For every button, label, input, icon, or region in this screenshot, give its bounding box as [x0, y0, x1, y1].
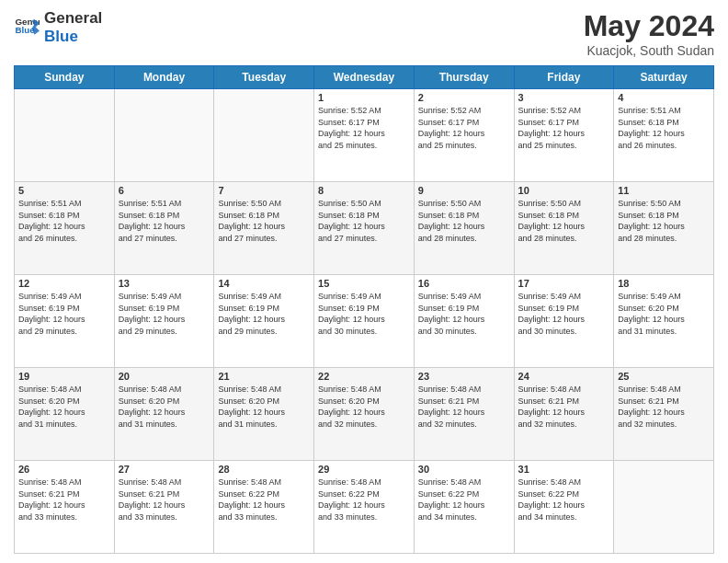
calendar-cell: 11Sunrise: 5:50 AM Sunset: 6:18 PM Dayli… [614, 182, 714, 275]
day-info: Sunrise: 5:48 AM Sunset: 6:22 PM Dayligh… [418, 477, 485, 522]
day-info: Sunrise: 5:49 AM Sunset: 6:19 PM Dayligh… [18, 292, 85, 336]
day-info: Sunrise: 5:48 AM Sunset: 6:22 PM Dayligh… [218, 477, 285, 522]
calendar-cell: 17Sunrise: 5:49 AM Sunset: 6:19 PM Dayli… [514, 275, 614, 368]
day-number: 14 [218, 278, 310, 289]
day-info: Sunrise: 5:48 AM Sunset: 6:22 PM Dayligh… [318, 477, 385, 522]
day-number: 10 [518, 185, 610, 196]
day-number: 27 [119, 464, 210, 475]
day-number: 11 [618, 185, 710, 196]
day-info: Sunrise: 5:50 AM Sunset: 6:18 PM Dayligh… [418, 199, 485, 243]
day-info: Sunrise: 5:48 AM Sunset: 6:21 PM Dayligh… [18, 477, 85, 522]
day-info: Sunrise: 5:52 AM Sunset: 6:17 PM Dayligh… [418, 106, 485, 150]
calendar-cell: 16Sunrise: 5:49 AM Sunset: 6:19 PM Dayli… [414, 275, 514, 368]
logo-text-blue: Blue [44, 28, 102, 46]
calendar-cell: 5Sunrise: 5:51 AM Sunset: 6:18 PM Daylig… [15, 182, 115, 275]
day-number: 25 [618, 371, 710, 382]
subtitle: Kuacjok, South Sudan [584, 43, 714, 58]
day-header-friday: Friday [514, 66, 614, 89]
svg-text:Blue: Blue [15, 25, 35, 35]
day-info: Sunrise: 5:50 AM Sunset: 6:18 PM Dayligh… [618, 199, 685, 243]
day-number: 31 [518, 464, 610, 475]
week-row-2: 5Sunrise: 5:51 AM Sunset: 6:18 PM Daylig… [15, 182, 714, 275]
calendar-cell: 12Sunrise: 5:49 AM Sunset: 6:19 PM Dayli… [15, 275, 115, 368]
week-row-3: 12Sunrise: 5:49 AM Sunset: 6:19 PM Dayli… [15, 275, 714, 368]
calendar-cell: 23Sunrise: 5:48 AM Sunset: 6:21 PM Dayli… [414, 368, 514, 461]
day-number: 7 [218, 185, 310, 196]
day-number: 6 [119, 185, 210, 196]
day-info: Sunrise: 5:48 AM Sunset: 6:21 PM Dayligh… [418, 385, 485, 429]
week-row-1: 1Sunrise: 5:52 AM Sunset: 6:17 PM Daylig… [15, 89, 714, 182]
day-info: Sunrise: 5:49 AM Sunset: 6:19 PM Dayligh… [418, 292, 485, 336]
day-header-monday: Monday [114, 66, 214, 89]
calendar-cell: 8Sunrise: 5:50 AM Sunset: 6:18 PM Daylig… [314, 182, 415, 275]
day-number: 12 [18, 278, 110, 289]
calendar-cell [214, 89, 314, 182]
day-number: 16 [418, 278, 510, 289]
calendar-cell: 3Sunrise: 5:52 AM Sunset: 6:17 PM Daylig… [514, 89, 614, 182]
day-number: 21 [218, 371, 310, 382]
calendar-cell: 20Sunrise: 5:48 AM Sunset: 6:20 PM Dayli… [114, 368, 214, 461]
calendar-cell: 22Sunrise: 5:48 AM Sunset: 6:20 PM Dayli… [314, 368, 415, 461]
day-info: Sunrise: 5:51 AM Sunset: 6:18 PM Dayligh… [18, 199, 85, 243]
logo-icon: General Blue [14, 13, 40, 39]
day-info: Sunrise: 5:48 AM Sunset: 6:20 PM Dayligh… [318, 385, 385, 429]
day-info: Sunrise: 5:52 AM Sunset: 6:17 PM Dayligh… [518, 106, 586, 150]
day-number: 30 [418, 464, 510, 475]
calendar-cell: 6Sunrise: 5:51 AM Sunset: 6:18 PM Daylig… [114, 182, 214, 275]
day-info: Sunrise: 5:50 AM Sunset: 6:18 PM Dayligh… [318, 199, 385, 243]
day-info: Sunrise: 5:48 AM Sunset: 6:20 PM Dayligh… [119, 385, 186, 429]
calendar-cell: 9Sunrise: 5:50 AM Sunset: 6:18 PM Daylig… [414, 182, 514, 275]
day-number: 8 [318, 185, 410, 196]
calendar-cell: 15Sunrise: 5:49 AM Sunset: 6:19 PM Dayli… [314, 275, 415, 368]
day-info: Sunrise: 5:50 AM Sunset: 6:18 PM Dayligh… [518, 199, 586, 243]
calendar-cell: 7Sunrise: 5:50 AM Sunset: 6:18 PM Daylig… [214, 182, 314, 275]
calendar-cell: 26Sunrise: 5:48 AM Sunset: 6:21 PM Dayli… [15, 461, 115, 554]
calendar-cell: 1Sunrise: 5:52 AM Sunset: 6:17 PM Daylig… [314, 89, 415, 182]
day-number: 29 [318, 464, 410, 475]
calendar-cell [15, 89, 115, 182]
day-header-tuesday: Tuesday [214, 66, 314, 89]
day-info: Sunrise: 5:51 AM Sunset: 6:18 PM Dayligh… [618, 106, 685, 150]
calendar-cell: 2Sunrise: 5:52 AM Sunset: 6:17 PM Daylig… [414, 89, 514, 182]
day-number: 18 [618, 278, 710, 289]
day-number: 26 [18, 464, 110, 475]
calendar-cell: 31Sunrise: 5:48 AM Sunset: 6:22 PM Dayli… [514, 461, 614, 554]
day-info: Sunrise: 5:49 AM Sunset: 6:19 PM Dayligh… [218, 292, 285, 336]
day-number: 24 [518, 371, 610, 382]
week-row-5: 26Sunrise: 5:48 AM Sunset: 6:21 PM Dayli… [15, 461, 714, 554]
calendar-cell: 28Sunrise: 5:48 AM Sunset: 6:22 PM Dayli… [214, 461, 314, 554]
day-header-sunday: Sunday [15, 66, 115, 89]
page: General Blue General Blue May 2024 Kuacj… [0, 0, 728, 563]
calendar-cell: 21Sunrise: 5:48 AM Sunset: 6:20 PM Dayli… [214, 368, 314, 461]
calendar-cell: 19Sunrise: 5:48 AM Sunset: 6:20 PM Dayli… [15, 368, 115, 461]
day-number: 15 [318, 278, 410, 289]
day-number: 23 [418, 371, 510, 382]
day-info: Sunrise: 5:52 AM Sunset: 6:17 PM Dayligh… [318, 106, 385, 150]
day-info: Sunrise: 5:48 AM Sunset: 6:20 PM Dayligh… [218, 385, 285, 429]
header: General Blue General Blue May 2024 Kuacj… [14, 9, 714, 58]
day-info: Sunrise: 5:48 AM Sunset: 6:21 PM Dayligh… [119, 477, 186, 522]
day-number: 22 [318, 371, 410, 382]
title-block: May 2024 Kuacjok, South Sudan [584, 9, 714, 58]
header-row: SundayMondayTuesdayWednesdayThursdayFrid… [15, 66, 714, 89]
day-info: Sunrise: 5:48 AM Sunset: 6:22 PM Dayligh… [518, 477, 586, 522]
week-row-4: 19Sunrise: 5:48 AM Sunset: 6:20 PM Dayli… [15, 368, 714, 461]
calendar-cell: 24Sunrise: 5:48 AM Sunset: 6:21 PM Dayli… [514, 368, 614, 461]
day-number: 9 [418, 185, 510, 196]
day-info: Sunrise: 5:48 AM Sunset: 6:21 PM Dayligh… [518, 385, 586, 429]
day-number: 5 [18, 185, 110, 196]
day-info: Sunrise: 5:48 AM Sunset: 6:20 PM Dayligh… [18, 385, 85, 429]
calendar-cell: 18Sunrise: 5:49 AM Sunset: 6:20 PM Dayli… [614, 275, 714, 368]
day-number: 2 [418, 92, 510, 103]
day-info: Sunrise: 5:48 AM Sunset: 6:21 PM Dayligh… [618, 385, 685, 429]
logo: General Blue General Blue [14, 9, 102, 45]
main-title: May 2024 [584, 9, 714, 43]
calendar-cell: 25Sunrise: 5:48 AM Sunset: 6:21 PM Dayli… [614, 368, 714, 461]
calendar-cell: 27Sunrise: 5:48 AM Sunset: 6:21 PM Dayli… [114, 461, 214, 554]
day-number: 20 [119, 371, 210, 382]
calendar-cell [614, 461, 714, 554]
calendar-table: SundayMondayTuesdayWednesdayThursdayFrid… [14, 65, 714, 554]
logo-text-general: General [44, 9, 102, 28]
calendar-cell: 14Sunrise: 5:49 AM Sunset: 6:19 PM Dayli… [214, 275, 314, 368]
day-number: 19 [18, 371, 110, 382]
